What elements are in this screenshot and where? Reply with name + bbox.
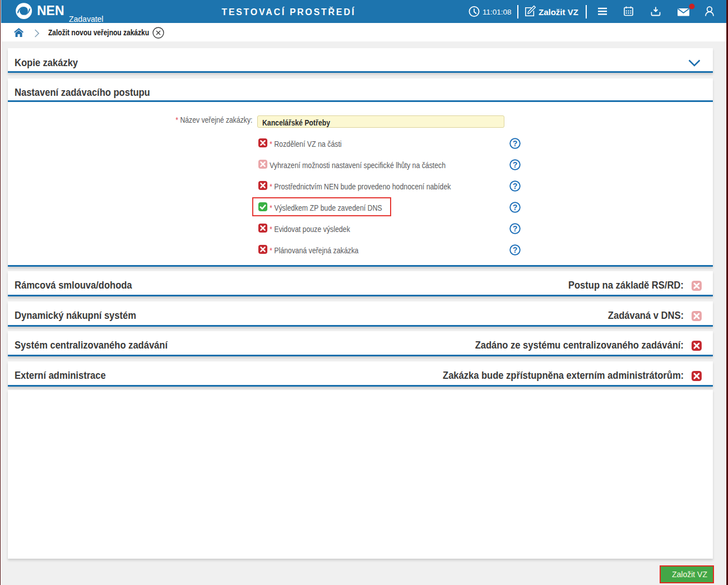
svg-text:?: ? <box>513 139 518 148</box>
svg-text:?: ? <box>513 224 518 233</box>
svg-text:?: ? <box>513 182 518 191</box>
svg-text:?: ? <box>513 160 518 169</box>
svg-text:?: ? <box>513 203 518 212</box>
svg-text:?: ? <box>513 245 518 254</box>
